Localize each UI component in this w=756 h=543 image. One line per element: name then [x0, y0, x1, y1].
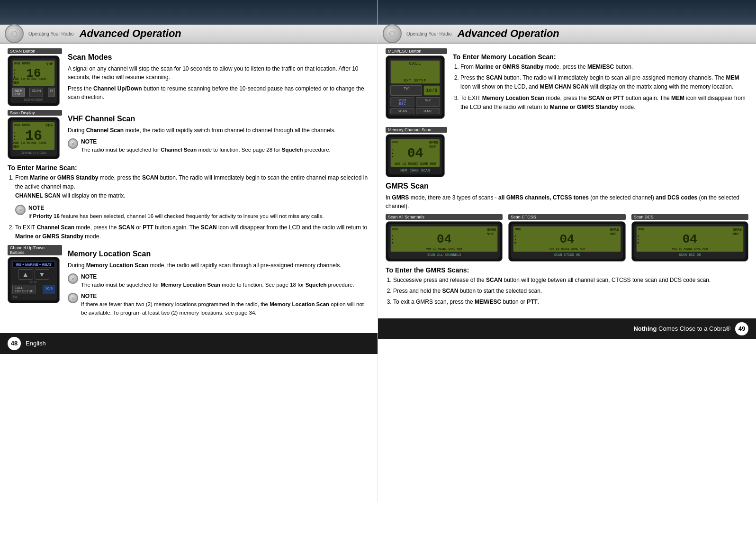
note2-box: ○ NOTE The radio must be squelched for M… — [68, 272, 370, 289]
mem-esc-lcd-top: CALL ENT SETUP — [390, 60, 440, 84]
left-title: Advanced Operation — [80, 27, 181, 40]
note3-box: ○ NOTE If there are fewer than two (2) m… — [68, 292, 370, 317]
mem-btn[interactable]: MEMESC — [390, 97, 414, 107]
scan-button-label: SCAN Button — [8, 48, 62, 54]
enter-marine-title: To Enter Marine Scan: — [8, 164, 370, 172]
scan-all-label: Scan All Schannels — [386, 214, 503, 220]
right-page-num: 49 — [735, 322, 748, 335]
marine-step-1: From Marine or GMRS Standby mode, press … — [15, 173, 370, 201]
note-priority-box: ○ NOTE If Priority 16 feature has been s… — [15, 204, 370, 220]
scan-display-label: Scan Display — [8, 110, 62, 116]
channel-map-display: IRS + MARINE + WEAT — [12, 262, 55, 268]
scan-btn-right[interactable]: SCAN — [390, 108, 414, 114]
h-btn-small[interactable]: H — [48, 88, 55, 97]
gmrs-scan-title: GMRS Scan — [386, 182, 748, 190]
submersible-label: SUBMERSIP — [12, 98, 55, 101]
note1-label: NOTE — [81, 137, 331, 146]
down-btn[interactable]: ▼ — [35, 269, 50, 280]
gmrs-scan-body: In GMRS mode, there are 3 types of scans… — [386, 193, 748, 210]
note1-box: ○ NOTE The radio must be squelched for C… — [68, 137, 370, 154]
mem-chan-scan-display: MEM CHAN SCAN — [390, 168, 440, 172]
scan-ctcss-lcd: GMRSVHF ROG A▲■ 04 VOX LO MEDHI SAME MEM — [513, 226, 621, 252]
scan-btn-small[interactable]: SCAN — [29, 88, 43, 97]
scan-modes-title: Scan Modes — [68, 53, 370, 62]
scan-modes-body1: A signal on any channel will stop the sc… — [68, 64, 370, 81]
gmrs-step-2: Press and hold the SCAN button to start … — [393, 287, 748, 296]
mem-esc-label: MEM/ESC Button — [386, 48, 447, 54]
scan-dcs-display: SCAN DCS 08 — [636, 253, 744, 257]
memory-scan-body: During Memory Location Scan mode, the ra… — [68, 261, 370, 270]
memory-step-2: Press the SCAN button. The radio will im… — [460, 73, 748, 91]
note3-label: NOTE — [81, 292, 370, 300]
marine-step-2: To EXIT Channel Scan mode, press the SCA… — [15, 223, 370, 241]
tw-label-right: TW — [390, 85, 422, 96]
enter-gmrs-title: To Enter the GMRS Scans: — [386, 266, 748, 274]
left-sub-label: Operating Your Radio — [28, 31, 74, 36]
bnd-label: BND — [12, 281, 55, 284]
chan-display-right: 16/9 — [423, 85, 440, 96]
enter-memory-title: To Enter Memory Location Scan: — [453, 53, 748, 61]
scan-modes-body2: Press the Channel Up/Down button to resu… — [68, 84, 370, 101]
note1-text: The radio must be squelched for Channel … — [81, 146, 331, 154]
wx-btn[interactable]: WX — [416, 97, 440, 107]
call-ent-setup-btn[interactable]: CALLENT SETUP — [12, 285, 36, 294]
note1-icon: ○ — [68, 138, 78, 149]
memory-steps-list: From Marine or GMRS Standby mode, press … — [460, 63, 748, 112]
note-priority-label: NOTE — [28, 204, 324, 212]
scan-btn-lcd: VHF ROG GMRS 16 A▲■ VOX LO MEDHI SAME ME… — [12, 60, 55, 86]
note3-text: If there are fewer than two (2) memory l… — [81, 300, 370, 317]
note-priority-icon: ○ — [15, 205, 26, 215]
right-bottom-bar: Nothing Comes Close to a Cobra® 49 — [378, 318, 756, 339]
scan-dcs-label: Scan DCS — [631, 214, 748, 220]
left-bottom-bar: 48 English — [0, 333, 378, 354]
memory-step-3: To EXIT Memory Location Scan mode, press… — [460, 94, 748, 112]
right-title: Advanced Operation — [458, 27, 559, 40]
left-section-header: Operating Your Radio Advanced Operation — [0, 25, 378, 44]
up-btn[interactable]: ▲ — [18, 269, 33, 280]
scan-ctcss-display: SCAN CTCSS 08 — [513, 253, 621, 257]
h-m-l-btns[interactable]: H M L — [416, 108, 440, 114]
mem-esc-btn-small[interactable]: MEMESC — [12, 88, 25, 97]
right-sub-label: Operating Your Radio — [406, 31, 452, 36]
left-page-num: 48 — [8, 337, 21, 350]
scan-display-bottom: CHANNEL SCAN — [12, 151, 55, 154]
channel-num-display: 16/9 — [43, 285, 55, 294]
memory-scan-title: Memory Location Scan — [68, 250, 370, 258]
vhf-scan-title: VHF Channel Scan — [68, 115, 370, 123]
memory-step-1: From Marine or GMRS Standby mode, press … — [460, 63, 748, 72]
right-page-tagline: Nothing Comes Close to a Cobra® — [633, 325, 730, 332]
vhf-scan-body: During Channel Scan mode, the radio will… — [68, 126, 370, 135]
left-page-lang: English — [26, 340, 46, 347]
memory-channel-lcd: GMRSVHF ROG A▲■ 04 VOX LO MEDHI SAME MEM — [390, 139, 440, 167]
channel-updown-label: Channel Up/Down Buttons — [8, 245, 62, 255]
radio-icon-left — [5, 24, 24, 43]
note-priority-text: If Priority 16 feature has been selected… — [28, 212, 324, 220]
gmrs-step-1: Successive press and release of the SCAN… — [393, 276, 748, 285]
scan-dcs-lcd: GMRSVHF ROG A▲■ 04 VOX LO MEDHI SAME MEM — [636, 226, 744, 252]
note2-icon: ○ — [68, 273, 78, 284]
gmrs-steps-list: Successive press and release of the SCAN… — [393, 276, 748, 307]
note2-label: NOTE — [81, 272, 354, 281]
memory-channel-scan-label: Memory Channel Scan — [386, 127, 447, 133]
marine-steps-list-2: To EXIT Channel Scan mode, press the SCA… — [15, 223, 370, 241]
scan-ctcss-label: Scan CTCSS — [508, 214, 625, 220]
right-section-header: Operating Your Radio Advanced Operation — [378, 25, 756, 44]
scan-all-lcd: GMRSVHF ROG A▲■ 04 VOX LO MEDHI SAME MEM — [390, 226, 498, 252]
radio-icon-right — [383, 24, 402, 43]
note3-icon: ○ — [68, 293, 78, 303]
scan-all-channels-display: SCAN ALL CHANNELS — [390, 253, 498, 257]
gmrs-step-3: To exit a GMRS scan, press the MEM/ESC b… — [393, 298, 748, 307]
tw-label: TW — [12, 295, 55, 299]
note2-text: The radio must be squelched for Memory L… — [81, 281, 354, 289]
marine-steps-list: From Marine or GMRS Standby mode, press … — [15, 173, 370, 201]
scan-display-lcd: VHF ROG GMRS A▲■ 16 VOX LO MEDHI SAME ME… — [12, 122, 55, 150]
